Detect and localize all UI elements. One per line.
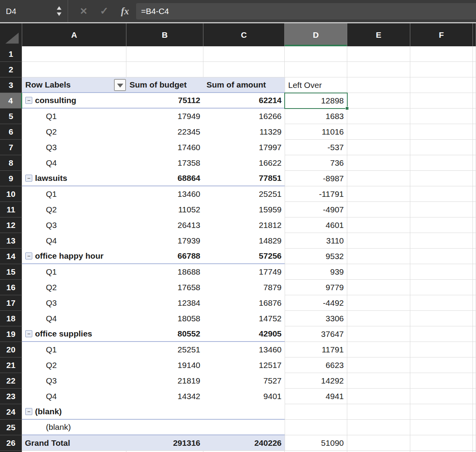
row-header-3[interactable]: 3 [0, 77, 22, 93]
cell-reference-stepper[interactable] [54, 6, 64, 16]
cell-F21[interactable] [410, 357, 473, 373]
row-header-11[interactable]: 11 [0, 202, 22, 217]
cell-B26[interactable]: 291316 [126, 435, 203, 451]
cell-B5[interactable]: 17949 [126, 109, 203, 124]
cell-A18[interactable]: Q4 [22, 311, 126, 326]
name-box[interactable]: D4 [0, 0, 54, 22]
select-all-corner[interactable] [0, 23, 22, 46]
cell-E13[interactable] [347, 233, 410, 249]
cell-A24[interactable]: −(blank) [22, 404, 126, 420]
cell-G9[interactable] [473, 171, 476, 186]
cell-A17[interactable]: Q3 [22, 295, 126, 311]
cell-C16[interactable]: 7879 [203, 280, 285, 295]
row-header-15[interactable]: 15 [0, 264, 22, 280]
cell-G10[interactable] [473, 186, 476, 202]
cell-E11[interactable] [347, 202, 410, 217]
cell-F11[interactable] [410, 202, 473, 217]
cell-G20[interactable] [473, 342, 476, 357]
cell-F8[interactable] [410, 155, 473, 171]
cell-C6[interactable]: 11329 [203, 124, 285, 140]
cell-A3[interactable]: Row Labels [22, 77, 126, 93]
cell-G4[interactable] [473, 93, 476, 109]
enter-icon[interactable]: ✓ [100, 5, 108, 17]
cell-B4[interactable]: 75112 [126, 93, 203, 109]
cell-D6[interactable]: 11016 [285, 124, 347, 140]
cell-G3[interactable] [473, 77, 476, 93]
cell-G8[interactable] [473, 155, 476, 171]
cell-G23[interactable] [473, 389, 476, 404]
cell-G11[interactable] [473, 202, 476, 217]
cell-B9[interactable]: 68864 [126, 171, 203, 186]
cell-A8[interactable]: Q4 [22, 155, 126, 171]
cell-A1[interactable] [22, 46, 126, 62]
cell-G24[interactable] [473, 404, 476, 420]
column-header-D[interactable]: D [285, 23, 347, 46]
cell-E23[interactable] [347, 389, 410, 404]
cell-C10[interactable]: 25251 [203, 186, 285, 202]
cell-C21[interactable]: 12517 [203, 357, 285, 373]
row-header-24[interactable]: 24 [0, 404, 22, 420]
cell-D20[interactable]: 11791 [285, 342, 347, 357]
cell-G17[interactable] [473, 295, 476, 311]
cell-F1[interactable] [410, 46, 473, 62]
column-header-F[interactable]: F [410, 23, 473, 46]
cell-D24[interactable] [285, 404, 347, 420]
row-header-20[interactable]: 20 [0, 342, 22, 357]
cell-G2[interactable] [473, 62, 476, 77]
cell-F13[interactable] [410, 233, 473, 249]
cell-F26[interactable] [410, 435, 473, 451]
row-header-12[interactable]: 12 [0, 217, 22, 233]
cell-A20[interactable]: Q1 [22, 342, 126, 357]
cell-C24[interactable] [203, 404, 285, 420]
cell-A5[interactable]: Q1 [22, 109, 126, 124]
cell-B7[interactable]: 17460 [126, 140, 203, 155]
cell-A11[interactable]: Q2 [22, 202, 126, 217]
cell-C12[interactable]: 21812 [203, 217, 285, 233]
row-header-19[interactable]: 19 [0, 326, 22, 342]
cell-E5[interactable] [347, 109, 410, 124]
row-header-2[interactable]: 2 [0, 62, 22, 77]
cell-D8[interactable]: 736 [285, 155, 347, 171]
cell-C15[interactable]: 17749 [203, 264, 285, 280]
row-header-1[interactable]: 1 [0, 46, 22, 62]
cell-G16[interactable] [473, 280, 476, 295]
collapse-button[interactable]: − [25, 97, 32, 104]
cell-C26[interactable]: 240226 [203, 435, 285, 451]
cell-G12[interactable] [473, 217, 476, 233]
cell-D12[interactable]: 4601 [285, 217, 347, 233]
cell-D10[interactable]: -11791 [285, 186, 347, 202]
cell-A15[interactable]: Q1 [22, 264, 126, 280]
cell-A26[interactable]: Grand Total [22, 435, 126, 451]
cell-C17[interactable]: 16876 [203, 295, 285, 311]
cell-B24[interactable] [126, 404, 203, 420]
cell-C4[interactable]: 62214 [203, 93, 285, 109]
column-header-B[interactable]: B [126, 23, 203, 46]
cell-D22[interactable]: 14292 [285, 373, 347, 389]
row-header-23[interactable]: 23 [0, 389, 22, 404]
cell-C23[interactable]: 9401 [203, 389, 285, 404]
cell-D11[interactable]: -4907 [285, 202, 347, 217]
cell-D2[interactable] [285, 62, 347, 77]
cell-B6[interactable]: 22345 [126, 124, 203, 140]
column-header-C[interactable]: C [203, 23, 285, 46]
cell-A4[interactable]: −consulting [22, 93, 126, 109]
cell-D1[interactable] [285, 46, 347, 62]
cell-E6[interactable] [347, 124, 410, 140]
cell-C25[interactable] [203, 420, 285, 435]
row-header-6[interactable]: 6 [0, 124, 22, 140]
row-header-18[interactable]: 18 [0, 311, 22, 326]
cell-A6[interactable]: Q2 [22, 124, 126, 140]
cell-B21[interactable]: 19140 [126, 357, 203, 373]
cell-E24[interactable] [347, 404, 410, 420]
cell-E15[interactable] [347, 264, 410, 280]
cell-F25[interactable] [410, 420, 473, 435]
cell-E19[interactable] [347, 326, 410, 342]
cell-F4[interactable] [410, 93, 473, 109]
cell-E12[interactable] [347, 217, 410, 233]
collapse-button[interactable]: − [25, 330, 32, 337]
cell-D15[interactable]: 939 [285, 264, 347, 280]
cell-B1[interactable] [126, 46, 203, 62]
cell-E20[interactable] [347, 342, 410, 357]
cell-G22[interactable] [473, 373, 476, 389]
cell-F9[interactable] [410, 171, 473, 186]
